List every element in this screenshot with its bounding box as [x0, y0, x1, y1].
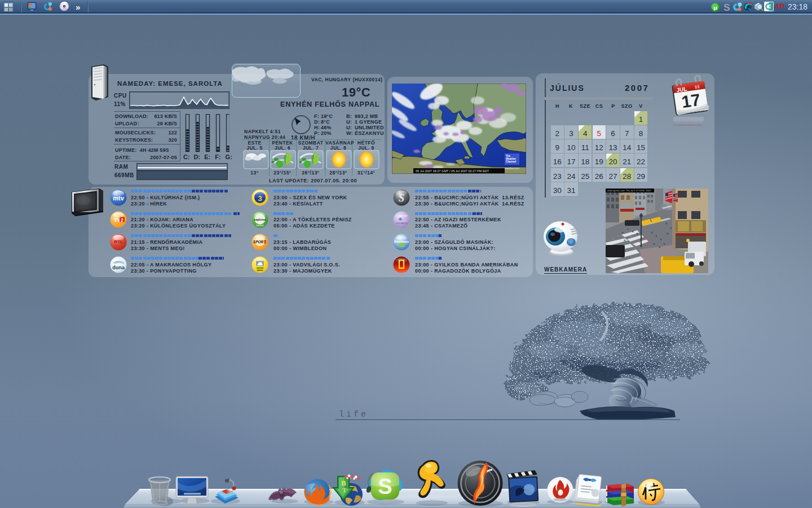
svg-text:T: T — [342, 487, 347, 493]
svg-text:B: B — [341, 479, 346, 487]
svg-text:μ: μ — [713, 4, 717, 11]
svg-text:www.nyctmc.com Thu Jul 5 17:1: www.nyctmc.com Thu Jul 5 17:13:05 2007 — [607, 189, 651, 192]
svg-text:S: S — [723, 2, 730, 13]
svg-text:Channel: Channel — [506, 160, 516, 163]
svg-text:weather.com: weather.com — [505, 167, 519, 170]
svg-text:05 Jul 2007 18:27 GMT / 05 Jul: 05 Jul 2007 18:27 GMT / 05 Jul 2007 02:2… — [416, 169, 489, 173]
svg-text:S: S — [378, 475, 392, 498]
svg-text:»: » — [76, 2, 80, 12]
svg-text:17: 17 — [681, 90, 702, 111]
svg-text:▮▮: ▮▮ — [694, 84, 700, 90]
svg-text:ATI: ATI — [774, 3, 785, 10]
